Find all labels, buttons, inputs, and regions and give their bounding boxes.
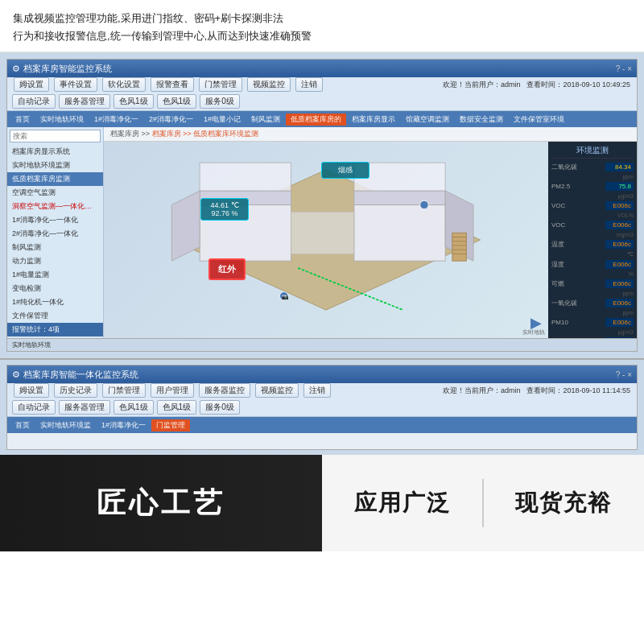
sidebar-item-ster1[interactable]: 1#消毒净化—一体化: [7, 213, 103, 227]
info-right: 欢迎！当前用户：admin 查看时间：2018-09-10 10:49:25: [443, 80, 630, 90]
toolbar3-btn1[interactable]: 自动记录: [12, 400, 56, 415]
nav2-sterilize[interactable]: 1#消毒净化一: [97, 419, 151, 431]
toolbar2-video[interactable]: 视频监控: [255, 383, 299, 398]
toolbar2-btn4[interactable]: 色风1级: [157, 94, 197, 109]
nav-home[interactable]: 首页: [10, 114, 35, 126]
sidebar-item-wind[interactable]: 制风监测: [7, 241, 103, 254]
toolbar3-btn3[interactable]: 色风1级: [114, 400, 154, 415]
env-title: 环境监测: [551, 145, 634, 159]
toolbar2-history[interactable]: 历史记录: [54, 383, 97, 398]
nav-archive-display[interactable]: 档案库房显示: [347, 114, 400, 126]
floorplan-area: 📷 烟感 44.61 ℃ 92.76 % 红外: [104, 142, 548, 338]
svg-text:📷: 📷: [282, 293, 289, 300]
window-frame-1: ⚙ 档案库房智能监控系统 ? - × 姆设置 事件设置 软化设置 报警查看 门禁…: [6, 59, 638, 352]
nav-sterilize2[interactable]: 2#消毒净化一: [144, 114, 198, 126]
window-title-1: 档案库房智能监控系统: [23, 63, 112, 75]
env-humidity: 湿度 E006c: [551, 259, 634, 270]
titlebar2-left: ⚙ 档案库房智能一体化监控系统: [12, 369, 138, 381]
banner-item-2: 现货充裕: [515, 488, 612, 518]
env-voc1-unit: VOL%: [551, 213, 634, 218]
nav-hvac[interactable]: 馆藏空调监测: [401, 114, 454, 126]
nav-data-security[interactable]: 数据安全监测: [455, 114, 508, 126]
top-description: 集成视频监控管理功能,采用进门指纹、密码+刷卡探测非法 行为和接收报警信息,统一…: [0, 0, 644, 52]
nav-tabs-2: 首页 实时地轨环境监 1#消毒净化一 门监管理: [7, 417, 637, 433]
nav-realtime[interactable]: 实时地轨环境: [35, 114, 89, 126]
nav2-door[interactable]: 门监管理: [151, 419, 190, 431]
infrared-tag: 红外: [208, 258, 246, 280]
sidebar-item-realtime[interactable]: 实时地轨环境监测: [7, 159, 103, 172]
svg-point-19: [420, 200, 428, 208]
env-combustible: 可燃 E006c: [551, 279, 634, 289]
nav-wind[interactable]: 制风监测: [246, 114, 285, 126]
sidebar-item-file[interactable]: 文件保管理: [7, 309, 103, 323]
toolbar3: 自动记录 服务器管理 色风1级 色风1级 服务0级: [7, 398, 637, 417]
description-line2: 行为和接收报警信息,统一传输到管理中心,从而达到快速准确预警: [13, 27, 631, 45]
titlebar-right: ? - ×: [616, 64, 632, 73]
toolbar-btn-video[interactable]: 视频监控: [247, 77, 291, 92]
humidity-value: 92.76 %: [206, 209, 243, 217]
window-frame-2: ⚙ 档案库房智能一体化监控系统 ? - × 姆设置 历史记录 门禁管理 用户管理…: [6, 365, 638, 450]
description-line1: 集成视频监控管理功能,采用进门指纹、密码+刷卡探测非法: [13, 10, 631, 27]
toolbar-btn-config[interactable]: 姆设置: [14, 77, 49, 92]
toolbar-btn-logout[interactable]: 注销: [295, 77, 323, 92]
gear-icon: ⚙: [12, 64, 20, 74]
nav-lowquality[interactable]: 低质档案库房的: [286, 114, 346, 126]
env-co: 一氧化碳 E006c: [551, 298, 634, 308]
toolbar2-server[interactable]: 服务器监控: [199, 383, 250, 398]
toolbar-btn-soft[interactable]: 软化设置: [102, 77, 146, 92]
nav-power[interactable]: 1#电量小记: [199, 114, 246, 126]
temperature-value: 44.61 ℃: [206, 201, 243, 209]
nav2-realtime[interactable]: 实时地轨环境监: [35, 419, 96, 431]
toolbar2-btn5[interactable]: 服务0级: [200, 94, 240, 109]
toolbar-btn-door[interactable]: 门禁管理: [199, 77, 242, 92]
sidebar-item-hvac[interactable]: 空调空气监测: [7, 186, 103, 200]
nav-tabs-1: 首页 实时地轨环境 1#消毒净化一 2#消毒净化一 1#电量小记 制风监测 低质…: [7, 111, 637, 127]
smoke-sensor-tag: 烟感: [321, 162, 369, 179]
sidebar-item-display[interactable]: 档案库房显示系统: [7, 145, 103, 159]
info-right-2: 欢迎！当前用户：admin 查看时间：2018-09-10 11:14:55: [443, 386, 630, 396]
toolbar3-btn4[interactable]: 色风1级: [157, 400, 197, 415]
search-input[interactable]: [10, 130, 101, 142]
toolbar2-logout[interactable]: 注销: [303, 383, 331, 398]
toolbar2-btn1[interactable]: 自动记录: [12, 94, 56, 109]
window-controls-1: ? - ×: [616, 64, 632, 73]
screenshot-2: ⚙ 档案库房智能一体化监控系统 ? - × 姆设置 历史记录 门禁管理 用户管理…: [0, 358, 644, 455]
sidebar-item-ster2[interactable]: 2#消毒净化—一体化: [7, 227, 103, 241]
nav-file-room[interactable]: 文件保管室环境: [509, 114, 569, 126]
env-pm10-unit: μg/m3: [551, 329, 634, 335]
env-temp-unit: ℃: [551, 251, 634, 258]
sidebar-item-substation[interactable]: 变电检测: [7, 282, 103, 295]
nav-sterilize1[interactable]: 1#消毒净化一: [89, 114, 143, 126]
svg-rect-4: [354, 191, 445, 204]
titlebar-left: ⚙ 档案库房智能监控系统: [12, 63, 112, 75]
nav-label: 实时地轨: [522, 328, 545, 336]
toolbar-btn-alarm[interactable]: 报警查看: [151, 77, 194, 92]
toolbar3-btn5[interactable]: 服务0级: [200, 400, 240, 415]
banner-divider: [482, 479, 484, 527]
toolbar2-config[interactable]: 姆设置: [14, 383, 49, 398]
toolbar-btn-events[interactable]: 事件设置: [54, 77, 97, 92]
sidebar-item-purifier[interactable]: 1#纯化机一体化: [7, 295, 103, 309]
svg-rect-5: [291, 212, 353, 254]
titlebar-1: ⚙ 档案库房智能监控系统 ? - ×: [7, 60, 637, 77]
toolbar2-user[interactable]: 用户管理: [151, 383, 194, 398]
toolbar2-door[interactable]: 门禁管理: [102, 383, 146, 398]
banner-left: 匠心工艺: [0, 484, 322, 523]
titlebar2-right: ? - ×: [616, 370, 632, 379]
window-controls-2: ? - ×: [616, 370, 632, 379]
sidebar-item-power[interactable]: 动力监测: [7, 254, 103, 268]
time-text-1: 查看时间：2018-09-10 10:49:25: [526, 80, 630, 90]
welcome-text-2: 欢迎！当前用户：admin: [443, 386, 521, 396]
toolbar3-btn2[interactable]: 服务器管理: [59, 400, 110, 415]
window-title-2: 档案库房智能一体化监控系统: [23, 369, 138, 381]
toolbar2-btn3[interactable]: 色风1级: [114, 94, 154, 109]
env-pm10: PM10 E006c: [551, 317, 634, 328]
statusbar-text-1: 实时地轨环境: [12, 341, 51, 349]
top-info-bar-1: 姆设置 事件设置 软化设置 报警查看 门禁管理 视频监控 注销 欢迎！当前用户：…: [7, 77, 637, 92]
toolbar2-btn2[interactable]: 服务器管理: [59, 94, 110, 109]
nav2-home[interactable]: 首页: [10, 419, 35, 431]
sidebar-item-lowquality[interactable]: 低质档案库房监测: [7, 172, 103, 186]
sidebar-item-elec[interactable]: 1#电量监测: [7, 268, 103, 282]
env-combustible-unit: ppm: [551, 291, 634, 296]
sidebar-item-integrated[interactable]: 洞察空气监测—一体化监测: [7, 200, 103, 213]
